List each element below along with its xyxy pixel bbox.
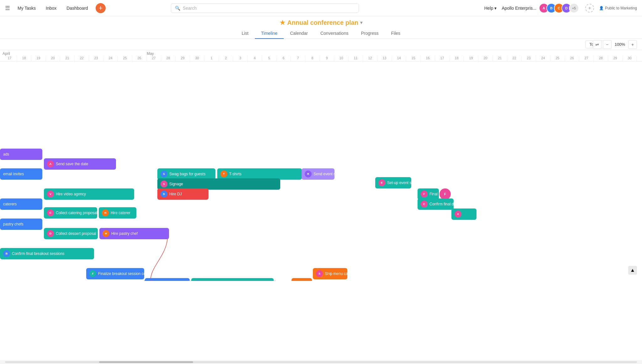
- task-hire-pastry-chef-label: Hire pastry chef: [111, 231, 138, 236]
- task-collect-catering-avatar: C: [47, 209, 54, 216]
- task-send-save-date[interactable]: A Send save the date: [44, 158, 116, 170]
- avatar-count[interactable]: +5: [569, 3, 579, 13]
- help-link[interactable]: Help ▾: [484, 6, 497, 11]
- task-setup-event-space[interactable]: E Set-up event space: [375, 177, 411, 188]
- date-may-5: 5: [262, 56, 276, 61]
- add-member-button[interactable]: +: [585, 4, 594, 13]
- task-hire-dj-label: Hire DJ: [169, 192, 182, 196]
- task-swag-bags-label: Swag bags for guests: [169, 172, 205, 176]
- task-collect-dessert[interactable]: D Collect dessert proposal: [44, 228, 98, 239]
- date-21: 21: [60, 56, 75, 61]
- task-pastry-chefs-label: pastry chefs: [3, 222, 24, 226]
- date-may-14: 14: [392, 56, 406, 61]
- task-hire-video-agency[interactable]: V Hire video agency: [44, 188, 134, 200]
- date-22: 22: [75, 56, 89, 61]
- project-title[interactable]: ★ Annual conference plan ▾: [280, 19, 362, 26]
- inbox-link[interactable]: Inbox: [43, 4, 59, 12]
- date-may-15: 15: [406, 56, 421, 61]
- month-april: April: [0, 50, 13, 57]
- task-send-save-date-label: Send save the date: [56, 162, 88, 166]
- tab-conversations[interactable]: Conversations: [314, 28, 355, 39]
- task-hire-caterer[interactable]: H Hire caterer: [99, 207, 136, 219]
- task-hire-dj[interactable]: D Hire DJ: [157, 188, 208, 200]
- date-may-20: 20: [478, 56, 493, 61]
- task-caterers[interactable]: caterers: [0, 198, 42, 210]
- task-hire-video-agency-label: Hire video agency: [56, 192, 86, 196]
- tab-progress[interactable]: Progress: [355, 28, 385, 39]
- task-finalize-menu-avatar: M: [148, 280, 155, 281]
- task-send-event-reminder-label: Send event reminder: [313, 172, 334, 176]
- date-may-25: 25: [550, 56, 565, 61]
- task-confirm-final-breakout-avatar: B: [3, 250, 10, 257]
- task-setup-event-space-label: Set-up event space: [387, 181, 411, 185]
- task-confirm-final-breakout-label: Confirm final breakout sessions: [12, 251, 64, 256]
- task-collect-catering[interactable]: C Collect catering proposals: [44, 207, 97, 219]
- tab-list[interactable]: List: [235, 28, 255, 39]
- task-signage-label: Signage: [169, 182, 183, 186]
- date-may-21: 21: [493, 56, 507, 61]
- task-finalize-breakout-label: Finalize breakout session content: [98, 272, 144, 276]
- date-may-1: 1: [204, 56, 219, 61]
- date-may-24: 24: [536, 56, 550, 61]
- task-email-invites[interactable]: email invites: [0, 168, 42, 180]
- task-confirm-final-details[interactable]: C Confirm final details: [418, 198, 454, 210]
- task-tshirts[interactable]: T T-shirts: [217, 168, 302, 180]
- add-button[interactable]: +: [96, 3, 106, 13]
- task-collect-dessert-avatar: D: [47, 230, 54, 237]
- task-signage[interactable]: S Signage: [157, 178, 280, 190]
- date-23: 23: [89, 56, 103, 61]
- task-finalize-breakout[interactable]: F Finalize breakout session content: [86, 268, 144, 279]
- menu-icon[interactable]: ☰: [5, 5, 10, 12]
- date-may-8: 8: [305, 56, 320, 61]
- task-design-menu-cards[interactable]: D Design menu cards: [191, 278, 274, 281]
- scroll-to-top-button[interactable]: ▲: [628, 266, 637, 275]
- zoom-out-button[interactable]: −: [603, 40, 612, 49]
- date-may-30: 30: [623, 56, 637, 61]
- month-may: May: [144, 50, 156, 57]
- date-may-29: 29: [608, 56, 623, 61]
- task-ship-menu-cards-avatar: S: [316, 270, 323, 277]
- date-20: 20: [46, 56, 60, 61]
- task-finalize-breakout-avatar: F: [89, 270, 96, 277]
- task-pastry-chefs[interactable]: pastry chefs: [0, 219, 42, 230]
- date-28: 28: [161, 56, 176, 61]
- company-name[interactable]: Apollo Enterpris...: [502, 6, 536, 11]
- task-print-menu[interactable]: P Print menu: [292, 278, 312, 281]
- search-placeholder: Search: [183, 6, 197, 11]
- date-may-9: 9: [320, 56, 334, 61]
- my-tasks-link[interactable]: My Tasks: [15, 4, 38, 12]
- date-25: 25: [118, 56, 132, 61]
- zoom-in-button[interactable]: +: [628, 40, 637, 49]
- zoom-left-button[interactable]: ⇌: [593, 40, 602, 49]
- project-header: ★ Annual conference plan ▾ List Timeline…: [0, 16, 642, 39]
- task-confirm-final-breakout[interactable]: B Confirm final breakout sessions: [0, 248, 94, 259]
- date-may-16: 16: [421, 56, 435, 61]
- bottom-scrollbar-thumb[interactable]: [99, 361, 193, 363]
- dashboard-link[interactable]: Dashboard: [64, 4, 91, 12]
- task-ads[interactable]: ads: [0, 149, 42, 160]
- date-may-26: 26: [565, 56, 579, 61]
- task-hire-video-agency-avatar: V: [47, 191, 54, 198]
- tab-files[interactable]: Files: [385, 28, 407, 39]
- date-may-18: 18: [450, 56, 464, 61]
- date-29: 29: [176, 56, 190, 61]
- task-final-event[interactable]: F Final event...: [418, 188, 439, 200]
- timeline-canvas: ads A Send save the date email invites S…: [0, 61, 642, 281]
- top-navigation: ☰ My Tasks Inbox Dashboard + 🔍 Search He…: [0, 0, 642, 16]
- task-swag-bags[interactable]: S Swag bags for guests: [157, 168, 215, 180]
- task-hire-pastry-chef[interactable]: H Hire pastry chef: [99, 228, 169, 239]
- date-may-23: 23: [522, 56, 536, 61]
- task-finalize-menu[interactable]: M Finalize menu: [145, 278, 190, 281]
- search-bar[interactable]: 🔍 Search: [171, 3, 359, 13]
- task-far-right[interactable]: X: [451, 208, 476, 220]
- task-far-right-avatar: X: [455, 211, 461, 218]
- task-final-event-solo-avatar[interactable]: F: [439, 188, 451, 200]
- task-final-event-label: Final event...: [429, 192, 439, 196]
- date-may-6: 6: [276, 56, 291, 61]
- task-hire-pastry-chef-avatar: H: [103, 230, 109, 237]
- tab-calendar[interactable]: Calendar: [284, 28, 314, 39]
- task-send-event-reminder[interactable]: R Send event reminder: [302, 168, 334, 180]
- tab-timeline[interactable]: Timeline: [255, 28, 284, 39]
- task-ship-menu-cards[interactable]: S Ship menu cards to...: [313, 268, 347, 279]
- bottom-scrollbar[interactable]: [0, 360, 642, 364]
